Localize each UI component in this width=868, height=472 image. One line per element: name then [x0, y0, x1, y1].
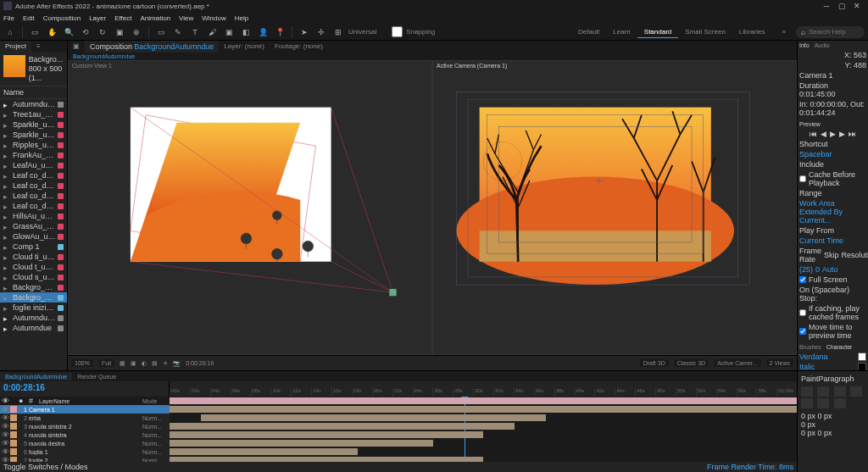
layer-bar[interactable]: [170, 457, 483, 462]
track-row[interactable]: [170, 439, 797, 447]
project-item[interactable]: ▸Leaf co_due.psd: [0, 201, 67, 211]
project-item[interactable]: ▸LeafAu_ue.psd: [0, 160, 67, 170]
track-row[interactable]: [170, 414, 797, 422]
viewport-left[interactable]: Custom View 1: [68, 60, 432, 355]
comp-panel-icon[interactable]: ▣: [68, 41, 85, 53]
brushes-tab[interactable]: Brushes: [799, 344, 821, 350]
menu-animation[interactable]: Animation: [140, 14, 170, 22]
camera-select[interactable]: Active Camer...: [714, 359, 760, 367]
workspace-small-screen[interactable]: Small Screen: [678, 26, 732, 38]
project-item[interactable]: ▸Leaf co_due.psd: [0, 191, 67, 201]
brush-tool[interactable]: 🖌: [205, 25, 219, 39]
layer-bar[interactable]: [170, 397, 797, 404]
timeline-layer[interactable]: 👁4nuvola sinistraNorm...: [0, 430, 170, 439]
roto-tool[interactable]: 👤: [256, 25, 270, 39]
justify-all[interactable]: [834, 398, 846, 408]
timeline-layer[interactable]: 👁7foglia 2Norm...: [0, 456, 170, 462]
snapshot-icon[interactable]: 📷: [173, 360, 181, 367]
character-tab[interactable]: Character: [826, 344, 853, 350]
shortcut-select[interactable]: Spacebar: [799, 150, 832, 158]
prev-frame-icon[interactable]: ◀: [821, 130, 826, 138]
project-item[interactable]: ▸Backgro_ue.psd: [0, 282, 67, 292]
universal-camera[interactable]: ➤: [298, 25, 311, 39]
search-input[interactable]: [809, 28, 860, 36]
project-item[interactable]: ▸GlowAu_ue.psd: [0, 231, 67, 242]
timeline-layer[interactable]: 👁3nuvola sinistra 2Norm...: [0, 422, 170, 430]
render-queue-tab[interactable]: Render Queue: [72, 373, 121, 380]
viewport-right[interactable]: Active Camera (Camera 1): [432, 60, 797, 355]
project-item[interactable]: ▸FrankAu_ue.psd: [0, 150, 67, 160]
project-item[interactable]: ▸Ripples_ue.psd: [0, 140, 67, 150]
next-frame-icon[interactable]: ▶: [839, 130, 845, 138]
menu-edit[interactable]: Edit: [23, 14, 35, 22]
play-icon[interactable]: ▶: [830, 130, 836, 138]
timeline-layer[interactable]: 👁1Camera 1: [0, 405, 170, 414]
workspace-libraries[interactable]: Libraries: [732, 26, 772, 38]
track-row[interactable]: [170, 456, 797, 462]
hand-tool[interactable]: ✋: [45, 25, 58, 39]
maximize-button[interactable]: ▢: [834, 1, 849, 11]
timeline-layer[interactable]: 👁5nuvola destraNorm...: [0, 439, 170, 447]
caching-checkbox[interactable]: [799, 309, 806, 316]
draft-3d[interactable]: Draft 3D: [640, 359, 669, 367]
align-left[interactable]: [801, 386, 813, 397]
project-item[interactable]: ▸Leaf co_due.psd: [0, 180, 67, 191]
project-item[interactable]: ▸Autumndue Layers: [0, 99, 67, 109]
timeline-tab[interactable]: BackgroundAutumndue: [0, 373, 72, 380]
snapping-toggle[interactable]: [392, 26, 403, 37]
paragraph-tab[interactable]: Paragraph: [819, 375, 854, 383]
quality-select[interactable]: Full: [98, 359, 114, 367]
project-item[interactable]: ▸Sparkle_ue.psd: [0, 119, 67, 130]
project-item[interactable]: ▸Autumndue: [0, 323, 67, 333]
orbit-tool[interactable]: ⟲: [79, 25, 92, 39]
shape-tool[interactable]: ▭: [154, 25, 168, 39]
project-item[interactable]: ▸Cloud t_ue.psd: [0, 262, 67, 272]
workspace-standard[interactable]: Standard: [637, 26, 678, 38]
track-row[interactable]: [170, 422, 797, 430]
project-item[interactable]: ▸Tree1au_ue.psd: [0, 109, 67, 119]
track-row[interactable]: [170, 405, 797, 414]
project-item[interactable]: ▸Cloud s_ue.psd: [0, 272, 67, 282]
menu-composition[interactable]: Composition: [43, 14, 81, 22]
anchor-tool[interactable]: ⊕: [130, 25, 143, 39]
layer-bar[interactable]: [170, 431, 483, 438]
viewer-timecode[interactable]: 0:00:28:16: [186, 360, 214, 366]
workspace-learn[interactable]: Learn: [606, 26, 637, 38]
project-item[interactable]: ▸Comp 1: [0, 242, 67, 252]
rotation-tool[interactable]: ↻: [96, 25, 109, 39]
layer-bar[interactable]: [170, 423, 515, 430]
project-item[interactable]: ▸HillsAu_ue.psd: [0, 211, 67, 221]
timeline-layer[interactable]: 👁6foglia 1Norm...: [0, 447, 170, 456]
project-item[interactable]: ▸Leaf co_due.psd: [0, 170, 67, 180]
layer-bar[interactable]: [201, 414, 546, 421]
project-item[interactable]: ▸Cloud ti_ue.psd: [0, 252, 67, 262]
project-item[interactable]: ▸foglie iniziale: [0, 303, 67, 313]
minimize-button[interactable]: ─: [819, 1, 834, 11]
composition-tab[interactable]: Composition BackgroundAutumndue: [85, 41, 219, 53]
workspace-default[interactable]: Default: [571, 26, 606, 38]
timeline-tracks[interactable]: [170, 397, 797, 462]
font-select[interactable]: Verdana: [799, 353, 855, 361]
menu-file[interactable]: File: [3, 14, 14, 22]
align-right[interactable]: [834, 386, 846, 397]
layer-bar[interactable]: [170, 440, 433, 447]
grid-icon[interactable]: ▦: [120, 360, 125, 367]
camera-tool[interactable]: ▣: [113, 25, 126, 39]
menu-effect[interactable]: Effect: [114, 14, 131, 22]
guides-icon[interactable]: ▣: [131, 360, 136, 367]
menu-layer[interactable]: Layer: [89, 14, 106, 22]
comp-thumbnail[interactable]: Backgro... 800 x 500 (1...: [3, 55, 64, 82]
clone-tool[interactable]: ▣: [222, 25, 236, 39]
renderer-select[interactable]: Classic 3D: [674, 359, 709, 367]
channels-icon[interactable]: ▤: [152, 360, 158, 367]
axis-local[interactable]: ✢: [314, 25, 328, 39]
cache-checkbox[interactable]: [799, 175, 806, 182]
last-frame-icon[interactable]: ⏭: [849, 130, 856, 138]
style-select[interactable]: Italic: [799, 363, 855, 370]
fullscreen-checkbox[interactable]: [799, 276, 806, 283]
current-timecode[interactable]: 0:00:28:16: [3, 383, 165, 392]
layer-bar[interactable]: [170, 448, 358, 455]
axis-world[interactable]: ⊞: [331, 25, 345, 39]
justify-last-center[interactable]: [801, 398, 813, 408]
views-select[interactable]: 2 Views: [766, 359, 793, 367]
